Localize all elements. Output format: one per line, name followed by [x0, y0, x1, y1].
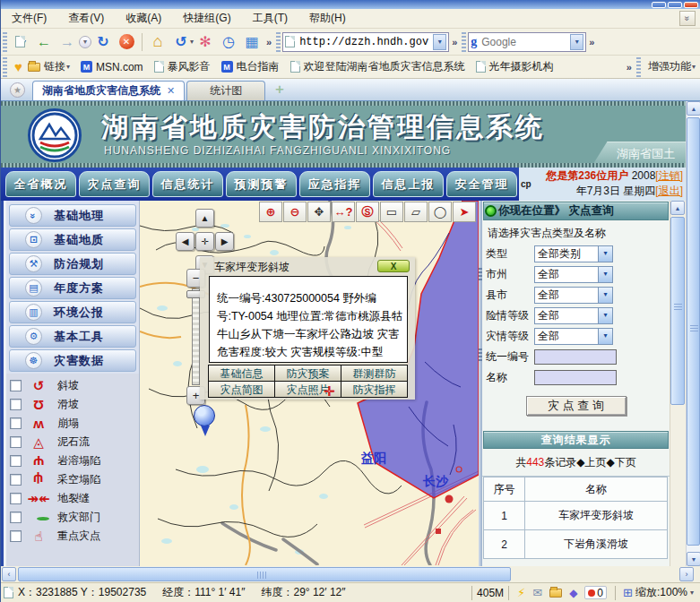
county-select[interactable]: 全部▾: [534, 287, 613, 304]
layer-checkbox[interactable]: [10, 512, 22, 523]
nav-province-overview[interactable]: 全省概况: [5, 171, 76, 197]
search-input[interactable]: [480, 35, 567, 49]
map-view[interactable]: 益阳 长沙 ⊕ ⊖ ✥ ↔? Ⓢ ▭ ▱ ◯ ➤ ▲ ◀ ✛ ▶ ▼ −: [140, 201, 479, 566]
table-row[interactable]: 2 下岩角溪滑坡: [484, 530, 668, 559]
pan-right-button[interactable]: ▶: [215, 232, 234, 251]
unified-id-input[interactable]: [534, 349, 617, 365]
pan-left-button[interactable]: ◀: [176, 232, 194, 251]
popup-close-button[interactable]: X: [377, 260, 410, 272]
zoom-dropdown-icon[interactable]: ▾: [690, 589, 694, 597]
nav-disaster-query[interactable]: 灾点查询: [79, 171, 150, 197]
bookmark-photo[interactable]: 光年摄影机构: [476, 59, 554, 74]
magic-wand-button[interactable]: ✻: [194, 31, 216, 53]
toolbar-grip[interactable]: [462, 32, 466, 52]
map-marker-icon[interactable]: [194, 405, 215, 426]
panel-scrollbar[interactable]: ▲: [670, 201, 685, 566]
scrollbar-thumb[interactable]: [18, 567, 511, 581]
history-clock-button[interactable]: ◷: [218, 31, 239, 53]
risk-level-select[interactable]: 全部▾: [534, 307, 613, 324]
measure-icon[interactable]: ↔?: [332, 202, 355, 222]
logout-link[interactable]: [注销]: [655, 169, 683, 182]
bookmark-radio[interactable]: M电台指南: [221, 59, 280, 74]
tab-close-icon[interactable]: ✕: [167, 85, 175, 97]
search-overflow-icon[interactable]: »: [589, 37, 594, 47]
address-overflow-icon[interactable]: »: [452, 37, 457, 47]
blocked-counter[interactable]: 0: [584, 586, 607, 599]
polygon-select-icon[interactable]: ▱: [404, 202, 428, 222]
maximize-button[interactable]: [668, 2, 682, 8]
layer-checkbox[interactable]: [10, 455, 22, 467]
toolbar-overflow-icon[interactable]: »: [266, 37, 272, 47]
bookmark-msn[interactable]: MMSN.com: [81, 61, 143, 73]
scroll-down-icon[interactable]: ▼: [687, 552, 700, 566]
scrollbar-thumb[interactable]: [687, 117, 700, 546]
menu-groups[interactable]: 快捷组(G): [172, 9, 241, 28]
nav-forecast-warning[interactable]: 预测预警: [226, 171, 297, 197]
sidebar-item-annual-plan[interactable]: ▤年度方案: [9, 277, 136, 299]
zoom-out-icon[interactable]: ⊖: [283, 202, 307, 222]
panel-splitter[interactable]: [479, 201, 482, 566]
diamond-icon[interactable]: ◆: [569, 587, 577, 599]
new-folder-icon[interactable]: [549, 589, 562, 598]
menu-favorites[interactable]: 收藏(A): [115, 9, 172, 28]
name-input[interactable]: [534, 370, 617, 385]
sidebar-item-disaster-data[interactable]: ☸灾害数据: [9, 349, 136, 372]
bookmark-links[interactable]: 链接▾: [28, 59, 70, 74]
home-button[interactable]: ⌂: [147, 31, 169, 53]
undo-button[interactable]: ↺: [170, 31, 192, 53]
menu-file[interactable]: 文件(F): [1, 9, 57, 28]
menu-help[interactable]: 帮助(H): [298, 9, 357, 28]
tab-star-button[interactable]: ★: [10, 82, 25, 98]
type-select[interactable]: 全部类别▾: [534, 245, 613, 262]
page-vertical-scrollbar[interactable]: ▲ ▼: [686, 101, 700, 566]
close-button[interactable]: [684, 2, 698, 8]
prev-page-link[interactable]: ◆上页: [576, 455, 606, 470]
search-dropdown-button[interactable]: ▾: [570, 34, 583, 50]
toolbar-grip[interactable]: [3, 57, 7, 77]
pan-up-button[interactable]: ▲: [195, 209, 214, 228]
pan-icon[interactable]: ✥: [307, 202, 331, 222]
menu-view[interactable]: 查看(V): [57, 9, 115, 28]
table-row[interactable]: 1 车家坪变形斜坡: [484, 502, 668, 530]
window-tile-button[interactable]: ▦: [241, 31, 263, 53]
stop-button[interactable]: ✕: [116, 31, 137, 53]
back-button[interactable]: ←: [33, 31, 55, 53]
city-select[interactable]: 全部▾: [534, 266, 613, 283]
point-select-icon[interactable]: ➤: [453, 202, 476, 222]
menu-tools[interactable]: 工具(T): [242, 9, 298, 28]
layer-checkbox[interactable]: [10, 380, 22, 391]
zoom-level[interactable]: 缩放:100%: [635, 585, 687, 600]
bookmarks-overflow-icon[interactable]: »: [627, 62, 632, 73]
layer-checkbox[interactable]: [10, 530, 22, 542]
toolbar-grip[interactable]: [636, 57, 641, 77]
toolbar-grip[interactable]: [276, 32, 281, 52]
zoom-slider-track[interactable]: [192, 288, 200, 385]
sidebar-item-basic-tools[interactable]: ⚙基本工具: [9, 325, 136, 348]
page-horizontal-scrollbar[interactable]: ‹ ›: [1, 566, 696, 582]
pan-center-button[interactable]: ✛: [195, 232, 214, 251]
bookmark-hunan-system[interactable]: 欢迎登陆湖南省地质灾害信息系统: [290, 59, 465, 74]
popup-group-monitor-button[interactable]: 群测群防: [341, 365, 408, 382]
layer-checkbox[interactable]: [10, 474, 22, 486]
rect-select-icon[interactable]: ▭: [380, 202, 403, 222]
nav-emergency-command[interactable]: 应急指挥: [299, 171, 370, 197]
address-input[interactable]: [298, 35, 430, 49]
toolbar-grip[interactable]: [3, 32, 7, 52]
popup-sketch-button[interactable]: 灾点简图: [208, 381, 275, 398]
tab-main[interactable]: 湖南省地质灾害信息系统✕: [32, 81, 185, 100]
scroll-right-icon[interactable]: ›: [679, 567, 694, 581]
scroll-left-icon[interactable]: ‹: [2, 567, 16, 581]
circle-select-icon[interactable]: ◯: [428, 202, 452, 222]
layer-checkbox[interactable]: [10, 436, 22, 448]
forward-button[interactable]: →: [56, 31, 78, 53]
layer-checkbox[interactable]: [10, 399, 22, 410]
scrollbar-thumb[interactable]: [670, 217, 685, 405]
favorites-heart-icon[interactable]: ♥: [14, 59, 22, 74]
nav-info-stats[interactable]: 信息统计: [152, 171, 223, 197]
sidebar-item-prevention-plan[interactable]: ⚒防治规划: [9, 253, 136, 275]
layer-checkbox[interactable]: [10, 493, 22, 504]
next-page-link[interactable]: ◆下页: [607, 455, 636, 470]
disaster-level-select[interactable]: 全部▾: [534, 328, 613, 345]
popup-command-button[interactable]: 防灾指挥: [341, 381, 408, 398]
popup-prevention-plan-button[interactable]: 防灾预案: [274, 365, 341, 382]
